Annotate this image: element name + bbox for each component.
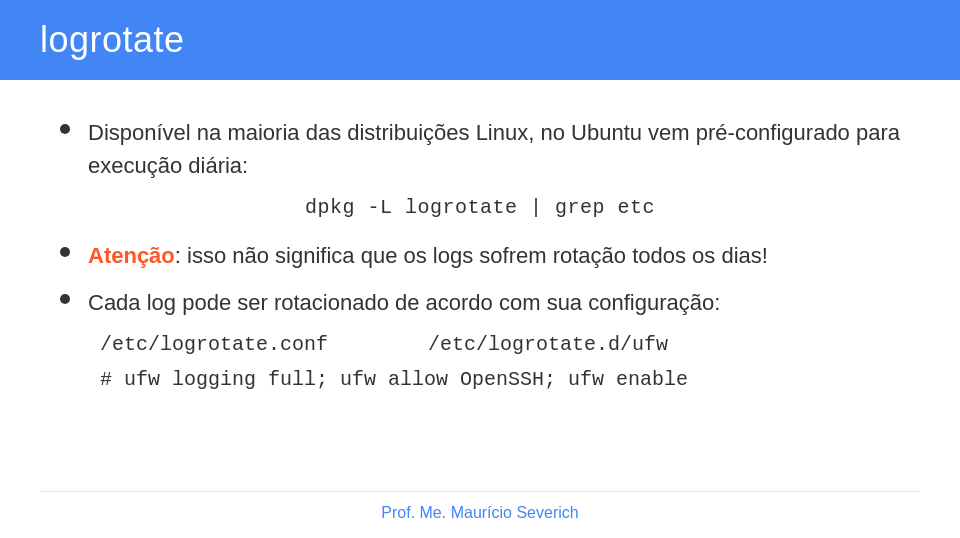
header: logrotate [0,0,960,80]
bullet-dot-3 [60,294,70,304]
bullet-text-2: Atenção: isso não significa que os logs … [88,239,768,272]
page-title: logrotate [40,19,185,61]
bullet-text-1: Disponível na maioria das distribuições … [88,116,900,182]
bullet-dot-1 [60,124,70,134]
config-paths: /etc/logrotate.conf /etc/logrotate.d/ufw [100,333,900,356]
config-path-1: /etc/logrotate.conf [100,333,328,356]
bullet-dot-2 [60,247,70,257]
footer-text: Prof. Me. Maurício Severich [381,504,578,521]
bullet-item-3: Cada log pode ser rotacionado de acordo … [60,286,900,319]
main-content: Disponível na maioria das distribuições … [0,80,960,411]
footer: Prof. Me. Maurício Severich [0,504,960,522]
config-path-2: /etc/logrotate.d/ufw [428,333,668,356]
bullet-item-2: Atenção: isso não significa que os logs … [60,239,900,272]
bullet-item-1: Disponível na maioria das distribuições … [60,116,900,182]
bullet-text-2-rest: : isso não significa que os logs sofrem … [175,243,768,268]
ufw-command: # ufw logging full; ufw allow OpenSSH; u… [100,368,900,391]
bullet-text-3: Cada log pode ser rotacionado de acordo … [88,286,720,319]
attention-label: Atenção [88,243,175,268]
code-block-1: dpkg -L logrotate | grep etc [60,196,900,219]
footer-divider [40,491,920,492]
